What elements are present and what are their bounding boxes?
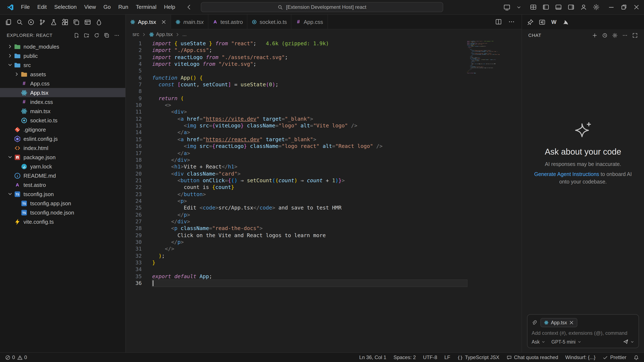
tree-item-tsconfig.json[interactable]: TStsconfig.json xyxy=(0,189,125,199)
chevron-down-icon[interactable] xyxy=(7,154,14,160)
send-button[interactable] xyxy=(623,339,634,345)
status-ln-36-col-1[interactable]: Ln 36, Col 1 xyxy=(359,355,386,360)
code-line[interactable]: 31 </> xyxy=(126,246,522,253)
code-line[interactable]: 14 </a> xyxy=(126,129,522,136)
code-line[interactable]: 35export default App; xyxy=(126,273,522,280)
code-line[interactable]: 19 <h1>Vite + React</h1> xyxy=(126,163,522,170)
pin-icon[interactable] xyxy=(527,19,534,25)
chevron-right-icon[interactable] xyxy=(7,43,14,49)
context-chip[interactable]: App.tsx xyxy=(540,318,578,327)
code-line[interactable]: 1import { useState } from "react"; 4.6k … xyxy=(126,40,522,47)
source-control-icon[interactable] xyxy=(39,19,46,25)
code-line[interactable]: 10 <> xyxy=(126,102,522,109)
code-line[interactable]: 4import viteLogo from "/vite.svg"; xyxy=(126,61,522,68)
menu-edit[interactable]: Edit xyxy=(34,0,50,14)
breadcrumb-segment[interactable]: App.tsx xyxy=(149,31,173,37)
code-line[interactable]: 23 </button> xyxy=(126,191,522,198)
minimize-icon[interactable] xyxy=(608,4,615,10)
tree-item-.gitignore[interactable]: .gitignore xyxy=(0,125,125,134)
problems-indicator[interactable]: 0 0 xyxy=(5,355,27,360)
search-icon[interactable] xyxy=(16,19,23,25)
status-lf[interactable]: LF xyxy=(444,355,450,360)
code-line[interactable]: 2import "./App.css"; xyxy=(126,47,522,54)
back-icon[interactable] xyxy=(186,4,192,10)
generate-agent-instructions-link[interactable]: Generate Agent Instructions xyxy=(534,171,599,177)
code-line[interactable]: 5 xyxy=(126,68,522,75)
tree-item-yarn.lock[interactable]: yarn.lock xyxy=(0,162,125,171)
cast-icon[interactable] xyxy=(504,4,510,10)
status-windsurf[interactable]: Windsurf: {...} xyxy=(566,355,596,360)
expand-icon[interactable] xyxy=(632,32,638,38)
code-line[interactable]: 29 Click on the Vite and React logos to … xyxy=(126,232,522,239)
wave-icon[interactable] xyxy=(562,19,569,25)
tree-item-eslint.config.js[interactable]: eslint.config.js xyxy=(0,134,125,143)
files-icon[interactable] xyxy=(5,19,12,25)
status-chat-quota-reached[interactable]: Chat quota reached xyxy=(506,355,558,360)
extensions-icon[interactable] xyxy=(62,19,68,25)
chevron-right-icon[interactable] xyxy=(7,53,14,59)
menu-go[interactable]: Go xyxy=(100,0,115,14)
chevron-right-icon[interactable] xyxy=(14,71,20,77)
copy-icon[interactable] xyxy=(73,19,80,25)
code-line[interactable]: 13 <img src={viteLogo} className="logo" … xyxy=(126,122,522,129)
chat-input[interactable]: App.tsx Add context (#), extensions (@),… xyxy=(527,314,639,348)
tree-item-node_modules[interactable]: node_modules xyxy=(0,42,125,51)
tree-item-main.tsx[interactable]: main.tsx xyxy=(0,106,125,116)
chat-input-placeholder[interactable]: Add context (#), extensions (@), command xyxy=(532,330,634,336)
tab-socket.io.ts[interactable]: socket.io.ts xyxy=(247,15,292,29)
close-icon[interactable] xyxy=(633,4,640,10)
breadcrumb-segment[interactable]: src xyxy=(132,31,139,37)
tab-App.tsx[interactable]: App.tsx xyxy=(126,15,171,29)
refresh-icon[interactable] xyxy=(94,32,99,38)
plus-icon[interactable] xyxy=(592,32,598,38)
chevron-down-icon[interactable] xyxy=(7,62,14,68)
tree-item-package.json[interactable]: package.json xyxy=(0,152,125,162)
code-line[interactable]: 12 <a href="https://vite.dev" target="_b… xyxy=(126,116,522,123)
code-line[interactable]: 24 <p> xyxy=(126,198,522,205)
layout-grid-icon[interactable] xyxy=(530,4,537,10)
close-icon[interactable] xyxy=(161,19,167,24)
beaker-icon[interactable] xyxy=(50,19,57,25)
code-line[interactable]: 33} xyxy=(126,259,522,266)
history-icon[interactable] xyxy=(602,32,608,38)
chevron-down-icon[interactable] xyxy=(7,191,14,197)
attach-icon[interactable] xyxy=(532,320,537,325)
more-icon[interactable] xyxy=(508,18,515,25)
panel-bottom-icon[interactable] xyxy=(555,4,562,10)
code-line[interactable]: 34 xyxy=(126,266,522,273)
tree-item-App.tsx[interactable]: App.tsx xyxy=(0,88,125,97)
mode-dropdown[interactable]: Ask xyxy=(532,339,546,344)
droplet-icon[interactable] xyxy=(96,19,102,25)
more-icon[interactable] xyxy=(114,32,120,38)
code-line[interactable]: 22 count is {count} xyxy=(126,184,522,191)
restore-icon[interactable] xyxy=(620,4,627,10)
tab-test.astro[interactable]: Atest.astro xyxy=(208,15,248,29)
model-dropdown[interactable]: GPT-5 mini xyxy=(551,339,581,344)
status-spaces-2[interactable]: Spaces: 2 xyxy=(394,355,416,360)
tree-item-README.md[interactable]: README.md xyxy=(0,171,125,180)
tree-item-socket.io.ts[interactable]: socket.io.ts xyxy=(0,116,125,125)
code-line[interactable]: 3import reactLogo from "./assets/react.s… xyxy=(126,54,522,61)
code-line[interactable]: 30 </p> xyxy=(126,239,522,246)
code-editor[interactable]: 1import { useState } from "react"; 4.6k … xyxy=(126,39,522,352)
gear-icon[interactable] xyxy=(612,32,618,38)
menu-terminal[interactable]: Terminal xyxy=(132,0,160,14)
menu-view[interactable]: View xyxy=(80,0,100,14)
code-line[interactable]: 26 </p> xyxy=(126,211,522,218)
collapse-all-icon[interactable] xyxy=(104,32,110,38)
code-line[interactable]: 21 <button onClick={() ⇒ setCount((count… xyxy=(126,177,522,184)
code-line[interactable]: 32 ); xyxy=(126,252,522,259)
new-file-icon[interactable] xyxy=(74,32,79,38)
tree-item-App.css[interactable]: #App.css xyxy=(0,79,125,88)
w-mark-icon[interactable]: W xyxy=(550,19,557,25)
tree-item-public[interactable]: public xyxy=(0,51,125,60)
status-typescript-jsx[interactable]: {}TypeScript JSX xyxy=(458,355,499,360)
code-line[interactable]: 6function App() { xyxy=(126,74,522,81)
close-icon[interactable] xyxy=(569,320,574,325)
chevdown-icon[interactable] xyxy=(516,4,522,10)
code-line[interactable]: 36 xyxy=(126,280,522,287)
tree-item-tsconfig.node.json[interactable]: TStsconfig.node.json xyxy=(0,208,125,217)
panel-left-icon[interactable] xyxy=(542,4,549,10)
split-editor-icon[interactable] xyxy=(495,18,502,25)
new-folder-icon[interactable] xyxy=(84,32,89,38)
